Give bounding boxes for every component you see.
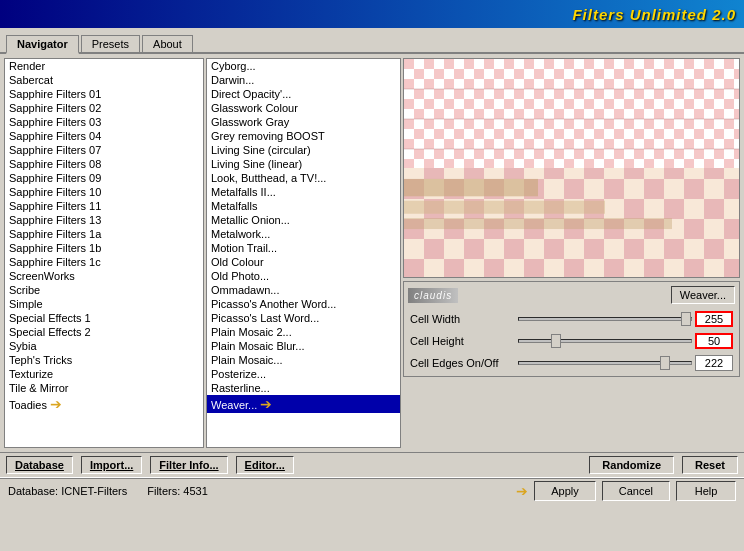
preview-canvas	[404, 59, 739, 277]
reset-button[interactable]: Reset	[682, 456, 738, 474]
cell-edges-row: Cell Edges On/Off 222	[408, 354, 735, 372]
left-list-item[interactable]: Special Effects 1	[5, 311, 203, 325]
svg-rect-15	[404, 218, 672, 229]
tab-navigator[interactable]: Navigator	[6, 35, 79, 54]
svg-rect-14	[404, 201, 605, 214]
left-list-item[interactable]: Tile & Mirror	[5, 381, 203, 395]
left-list-item[interactable]: Sapphire Filters 02	[5, 101, 203, 115]
middle-list-item[interactable]: Plain Mosaic 2...	[207, 325, 400, 339]
editor-button[interactable]: Editor...	[236, 456, 294, 474]
right-panel: claudis Weaver... Cell Width 255 Cell He…	[403, 58, 740, 448]
svg-rect-13	[404, 179, 538, 196]
cell-height-row: Cell Height 50	[408, 332, 735, 350]
left-list-item[interactable]: Special Effects 2	[5, 325, 203, 339]
cell-height-value: 50	[695, 333, 733, 349]
cell-height-label: Cell Height	[410, 335, 518, 347]
weaver-header: claudis Weaver...	[408, 286, 735, 304]
left-list-item[interactable]: Sapphire Filters 08	[5, 157, 203, 171]
left-list-item[interactable]: Toadies ➔	[5, 395, 203, 413]
middle-list-item[interactable]: Motion Trail...	[207, 241, 400, 255]
filter-list[interactable]: Cyborg...Darwin...Direct Opacity'...Glas…	[206, 58, 401, 448]
cell-edges-label: Cell Edges On/Off	[410, 357, 518, 369]
left-list-item[interactable]: Simple	[5, 297, 203, 311]
middle-list-item[interactable]: Glasswork Colour	[207, 101, 400, 115]
middle-list-item[interactable]: Direct Opacity'...	[207, 87, 400, 101]
toolbar-right: Randomize Reset	[589, 456, 738, 474]
left-list-item[interactable]: Sapphire Filters 1b	[5, 241, 203, 255]
left-list-item[interactable]: Sapphire Filters 07	[5, 143, 203, 157]
middle-list-item[interactable]: Rasterline...	[207, 381, 400, 395]
cell-height-slider[interactable]	[518, 339, 692, 343]
help-button[interactable]: Help	[676, 481, 736, 501]
weaver-logo: claudis	[408, 288, 458, 303]
status-database: Database: ICNET-Filters	[8, 485, 127, 497]
left-list-item[interactable]: Render	[5, 59, 203, 73]
import-button[interactable]: Import...	[81, 456, 142, 474]
middle-list-item[interactable]: Metalwork...	[207, 227, 400, 241]
left-list-item[interactable]: Sapphire Filters 09	[5, 171, 203, 185]
left-list-item[interactable]: Sapphire Filters 04	[5, 129, 203, 143]
cell-width-row: Cell Width 255	[408, 310, 735, 328]
left-list-item[interactable]: Sapphire Filters 03	[5, 115, 203, 129]
left-list-item[interactable]: Sapphire Filters 1c	[5, 255, 203, 269]
middle-list-item[interactable]: Picasso's Last Word...	[207, 311, 400, 325]
preview-area	[403, 58, 740, 278]
cancel-button[interactable]: Cancel	[602, 481, 670, 501]
middle-list-item[interactable]: Old Colour	[207, 255, 400, 269]
status-bar: Database: ICNET-Filters Filters: 4531 ➔ …	[0, 478, 744, 502]
cell-width-slider-container: 255	[518, 311, 733, 327]
left-list-item[interactable]: Sabercat	[5, 73, 203, 87]
filter-info-button[interactable]: Filter Info...	[150, 456, 227, 474]
middle-list-item[interactable]: Glasswork Gray	[207, 115, 400, 129]
middle-list-item[interactable]: Plain Mosaic...	[207, 353, 400, 367]
app-title: Filters Unlimited 2.0	[572, 6, 736, 23]
middle-list-item[interactable]: Look, Butthead, a TV!...	[207, 171, 400, 185]
randomize-button[interactable]: Randomize	[589, 456, 674, 474]
cell-edges-value: 222	[695, 355, 733, 371]
tab-presets[interactable]: Presets	[81, 35, 140, 52]
left-list-item[interactable]: Sapphire Filters 01	[5, 87, 203, 101]
middle-list-item[interactable]: Weaver... ➔	[207, 395, 400, 413]
middle-list-item[interactable]: Cyborg...	[207, 59, 400, 73]
middle-list-item[interactable]: Plain Mosaic Blur...	[207, 339, 400, 353]
cell-height-slider-container: 50	[518, 333, 733, 349]
middle-list-item[interactable]: Living Sine (circular)	[207, 143, 400, 157]
status-filters: Filters: 4531	[147, 485, 208, 497]
category-list[interactable]: RenderSabercatSapphire Filters 01Sapphir…	[4, 58, 204, 448]
tab-about[interactable]: About	[142, 35, 193, 52]
middle-list-item[interactable]: Old Photo...	[207, 269, 400, 283]
middle-list-item[interactable]: Darwin...	[207, 73, 400, 87]
weaver-controls: claudis Weaver... Cell Width 255 Cell He…	[403, 281, 740, 377]
weaver-button[interactable]: Weaver...	[671, 286, 735, 304]
left-list-item[interactable]: Sapphire Filters 13	[5, 213, 203, 227]
apply-arrow-indicator: ➔	[516, 483, 528, 499]
cell-width-slider[interactable]	[518, 317, 692, 321]
middle-list-item[interactable]: Metallic Onion...	[207, 213, 400, 227]
left-list-item[interactable]: Sapphire Filters 10	[5, 185, 203, 199]
cell-width-label: Cell Width	[410, 313, 518, 325]
left-list-item[interactable]: ScreenWorks	[5, 269, 203, 283]
middle-list-item[interactable]: Metalfalls	[207, 199, 400, 213]
svg-rect-8	[404, 59, 739, 168]
left-list-item[interactable]: Texturize	[5, 367, 203, 381]
middle-list-item[interactable]: Ommadawn...	[207, 283, 400, 297]
left-list-item[interactable]: Sapphire Filters 1a	[5, 227, 203, 241]
left-list-item[interactable]: Scribe	[5, 283, 203, 297]
panels-row: RenderSabercatSapphire Filters 01Sapphir…	[0, 54, 744, 452]
tab-bar: Navigator Presets About	[0, 28, 744, 54]
left-list-item[interactable]: Teph's Tricks	[5, 353, 203, 367]
cell-width-value: 255	[695, 311, 733, 327]
left-list-item[interactable]: Sybia	[5, 339, 203, 353]
middle-list-item[interactable]: Grey removing BOOST	[207, 129, 400, 143]
toolbar: Database Import... Filter Info... Editor…	[0, 452, 744, 478]
cell-edges-slider-container: 222	[518, 355, 733, 371]
middle-list-item[interactable]: Posterize...	[207, 367, 400, 381]
title-bar: Filters Unlimited 2.0	[0, 0, 744, 28]
middle-list-item[interactable]: Living Sine (linear)	[207, 157, 400, 171]
cell-edges-slider[interactable]	[518, 361, 692, 365]
middle-list-item[interactable]: Picasso's Another Word...	[207, 297, 400, 311]
database-button[interactable]: Database	[6, 456, 73, 474]
apply-button[interactable]: Apply	[534, 481, 596, 501]
left-list-item[interactable]: Sapphire Filters 11	[5, 199, 203, 213]
middle-list-item[interactable]: Metalfalls II...	[207, 185, 400, 199]
